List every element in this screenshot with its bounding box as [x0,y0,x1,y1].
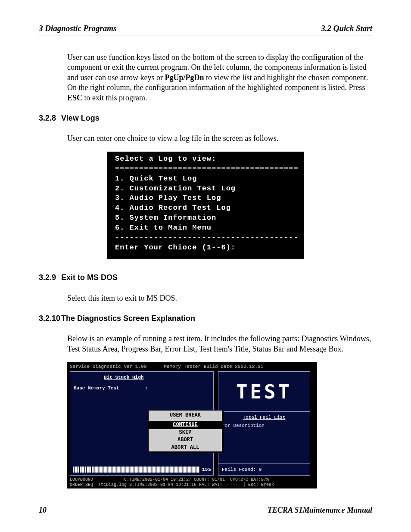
term-line: 4. Audio Record Test Log [115,204,231,212]
diag-right-pane: TEST Total Fail List ror Description Fai… [218,371,310,476]
terminal-log-menu: Select a Log to view: ==================… [107,152,304,259]
esc-key: ESC [67,93,82,102]
progress-percent: 15% [202,467,211,473]
heading-num-3210: 3.2.10 [39,314,61,324]
bit-stuck-high: Bit Stuck High [104,374,210,380]
manual-title: TECRA S1Maintenance Manual [268,506,372,515]
page-footer: 10 TECRA S1Maintenance Manual [39,503,372,515]
heading-328: 3.2.8View Logs [39,113,372,123]
heading-num-329: 3.2.9 [39,273,61,283]
heading-num-328: 3.2.8 [39,113,61,123]
term-line: -------------------------------------- [115,233,299,242]
term-line: 1. Quick Test Log [115,174,197,183]
heading-329: 3.2.9Exit to MS DOS [39,273,372,283]
para-328: User can enter one choice to view a log … [67,134,372,143]
user-break-modal: USER BREAK CONTINUE SKIP ABORT ABORT ALL [148,410,222,452]
diagnostics-screenshot: Service Diagnostic Ver 1.00 Memory Teste… [67,362,317,488]
status-line-1: LOOPBOUND C.TIME:2002-01-04 19:21:27 COU… [70,477,269,482]
page-number: 10 [39,506,47,515]
term-line: ====================================== [115,165,299,173]
test-banner: TEST [218,372,310,412]
modal-title: USER BREAK [149,411,222,421]
status-bar: LOOPBOUND C.TIME:2002-01-04 19:21:27 COU… [70,476,314,488]
base-memory-test: Base Memory Test [74,386,119,391]
diag-title-right: Memory Tester Build Date 2002.12.31 [164,364,263,370]
pgup-pgdn: PgUp/PgDn [165,73,204,82]
heading-title-328: View Logs [61,114,100,122]
modal-continue[interactable]: CONTINUE [149,421,222,429]
modal-skip[interactable]: SKIP [149,429,222,437]
term-line: 3. Audio Play Test Log [115,194,221,202]
term-line: 5. System Information [115,214,216,222]
progress-bar [73,467,199,473]
colon: : [145,386,148,391]
term-line: Enter Your Chioce (1--6): [115,243,236,252]
fails-found: Fails Found: 0 [218,464,310,475]
intro-text-3: to exit this program. [82,93,147,102]
term-line: Select a Log to view: [115,155,216,163]
heading-title-329: Exit to MS DOS [61,273,118,282]
intro-paragraph: User can use function keys listed on the… [67,53,372,103]
para-3210: Below is an example of running a test it… [67,334,372,354]
para-329: Select this item to exit to MS DOS. [67,293,372,303]
header-right: 3.2 Quick Start [321,24,372,33]
page-header: 3 Diagnostic Programs 3.2 Quick Start [39,24,372,35]
heading-3210: 3.2.10The Diagnostics Screen Explanation [39,314,372,324]
header-left: 3 Diagnostic Programs [39,24,117,33]
progress-row: 15% [73,467,211,473]
term-line: 2. Customization Test Log [115,184,236,193]
term-line: 6. Exit to Main Menu [115,224,212,232]
status-line-2: ORDER:SEQ TtcDiag.log S.TIME:2002-01-04 … [70,482,274,487]
diag-title-left: Service Diagnostic Ver 1.00 [70,364,146,370]
heading-title-3210: The Diagnostics Screen Explanation [61,314,195,323]
total-fail-list: Total Fail List [218,412,310,421]
fail-list-columns: ror Description [218,422,310,429]
modal-abort[interactable]: ABORT [149,436,222,444]
modal-abort-all[interactable]: ABORT ALL [149,444,222,452]
